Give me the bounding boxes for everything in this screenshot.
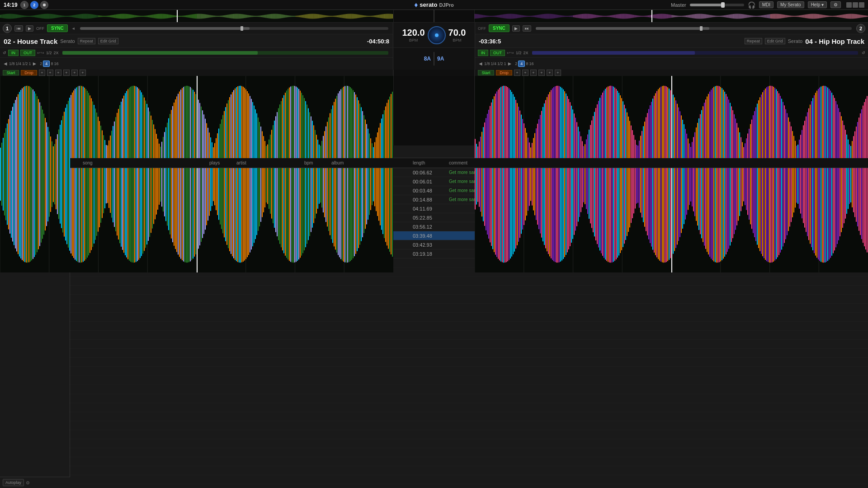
right-reload-icon[interactable]: ↺ bbox=[862, 51, 865, 55]
left-cue-start[interactable]: Start bbox=[3, 70, 19, 75]
col-bpm[interactable]: bpm bbox=[302, 160, 330, 165]
col-artist[interactable]: artist bbox=[235, 160, 302, 165]
left-1[interactable]: 1 bbox=[28, 61, 31, 66]
right-4-active[interactable]: 4 bbox=[518, 61, 525, 67]
right-add-cue-3[interactable]: + bbox=[530, 70, 537, 76]
left-repeat-btn[interactable]: Repeat bbox=[78, 38, 95, 44]
left-sync-btn[interactable]: SYNC bbox=[47, 24, 68, 32]
right-loop-arrow-right[interactable]: ► bbox=[507, 61, 512, 67]
right-16[interactable]: 16 bbox=[529, 61, 533, 66]
mixer-center-btns bbox=[428, 26, 446, 44]
headphones-icon[interactable]: 🎧 bbox=[748, 1, 755, 9]
right-cue-drop[interactable]: Drop bbox=[496, 70, 512, 75]
left-add-cue-1[interactable]: + bbox=[39, 70, 45, 76]
left-half[interactable]: 1/2 bbox=[46, 51, 52, 55]
master-fader[interactable] bbox=[690, 4, 744, 6]
left-edit-grid-btn[interactable]: Edit Grid bbox=[98, 38, 118, 44]
track-length: 04:11.69 bbox=[411, 206, 447, 211]
help-btn[interactable]: Help ▾ bbox=[808, 1, 827, 8]
col-comment[interactable]: comment bbox=[447, 160, 866, 165]
left-4-active[interactable]: 4 bbox=[43, 61, 50, 67]
right-play-btn[interactable]: ▶ bbox=[512, 25, 520, 32]
left-2x[interactable]: 2X bbox=[54, 51, 59, 55]
right-2x[interactable]: 2X bbox=[524, 51, 528, 55]
hotcue-row: Start Drop + + + + + + Start Drop + + + … bbox=[0, 70, 868, 76]
right-add-cue-6[interactable]: + bbox=[555, 70, 561, 76]
empty-row bbox=[70, 322, 868, 331]
right-cue-loop: IN OUT ↩↪ 1/2 2X ↺ ◄ 1/8 1/4 1/2 1 ► 2 4… bbox=[475, 48, 868, 70]
left-off-label: OFF bbox=[36, 26, 44, 31]
right-half[interactable]: 1/2 bbox=[516, 51, 522, 55]
left-loop-arrow-right[interactable]: ► bbox=[32, 61, 37, 67]
right-2[interactable]: 2 bbox=[515, 61, 517, 66]
mdi-btn[interactable]: MDI bbox=[759, 1, 774, 8]
right-add-cue-2[interactable]: + bbox=[522, 70, 528, 76]
left-2[interactable]: 2 bbox=[40, 61, 42, 66]
autoplay-icon[interactable]: ⚙ bbox=[26, 480, 30, 485]
badge-2[interactable]: 2 bbox=[30, 1, 38, 9]
left-loop-arrow-left[interactable]: ◄ bbox=[3, 61, 8, 67]
top-icons: 1 2 ⏺ bbox=[20, 1, 48, 9]
left-1-2[interactable]: 1/2 bbox=[22, 61, 28, 66]
track-length: 03:19.18 bbox=[411, 251, 447, 257]
col-song[interactable]: song bbox=[81, 160, 208, 165]
left-add-cue-6[interactable]: + bbox=[80, 70, 86, 76]
myserato-btn[interactable]: My Serato bbox=[777, 1, 804, 8]
left-16[interactable]: 16 bbox=[54, 61, 58, 66]
track-length: 03:42.93 bbox=[411, 242, 447, 248]
record-icon[interactable]: ⏺ bbox=[40, 1, 48, 9]
settings-btn[interactable]: ⚙ bbox=[830, 1, 841, 8]
empty-row bbox=[70, 421, 868, 430]
left-loop-bar[interactable] bbox=[62, 51, 388, 55]
right-add-cue-1[interactable]: + bbox=[514, 70, 520, 76]
left-1-4[interactable]: 1/4 bbox=[15, 61, 21, 66]
left-add-cue-2[interactable]: + bbox=[47, 70, 53, 76]
right-cue-start[interactable]: Start bbox=[478, 70, 494, 75]
right-1-2[interactable]: 1/2 bbox=[497, 61, 503, 66]
empty-row bbox=[70, 475, 868, 484]
left-8[interactable]: 8 bbox=[51, 61, 53, 66]
empty-row bbox=[70, 295, 868, 304]
left-prev-btn[interactable]: ⏮ bbox=[14, 25, 23, 32]
left-in-btn[interactable]: IN bbox=[8, 50, 19, 56]
left-add-cue-3[interactable]: + bbox=[55, 70, 61, 76]
left-add-cue-5[interactable]: + bbox=[71, 70, 78, 76]
right-next-btn[interactable]: ⏭ bbox=[523, 25, 531, 32]
empty-row bbox=[70, 286, 868, 295]
col-plays[interactable]: plays bbox=[208, 160, 235, 165]
left-time: -04:50:8 bbox=[367, 38, 389, 45]
right-loop-arrow-left[interactable]: ◄ bbox=[478, 61, 483, 67]
right-8[interactable]: 8 bbox=[526, 61, 528, 66]
right-add-cue-5[interactable]: + bbox=[547, 70, 553, 76]
clock: 14:19 bbox=[4, 2, 18, 8]
close-btn[interactable] bbox=[859, 2, 864, 8]
right-in-btn[interactable]: IN bbox=[478, 50, 488, 56]
left-pitch-slider[interactable] bbox=[80, 27, 388, 30]
right-out-btn[interactable]: OUT bbox=[490, 50, 505, 56]
right-sync-btn[interactable]: SYNC bbox=[489, 24, 509, 32]
left-out-btn[interactable]: OUT bbox=[20, 50, 35, 56]
left-deck-number: 1 bbox=[3, 24, 12, 33]
col-length[interactable]: length bbox=[411, 160, 447, 165]
right-1[interactable]: 1 bbox=[504, 61, 506, 66]
right-bpm-display: 70.0 BPM bbox=[448, 28, 466, 42]
left-1-8[interactable]: 1/8 bbox=[9, 61, 15, 66]
autoplay-btn[interactable]: Autoplay bbox=[3, 479, 24, 486]
badge-1[interactable]: 1 bbox=[20, 1, 28, 9]
right-loop-bar[interactable] bbox=[532, 51, 858, 55]
right-edit-grid-btn[interactable]: Edit Grid bbox=[765, 38, 785, 44]
left-cue-drop[interactable]: Drop bbox=[21, 70, 37, 75]
right-add-cue-4[interactable]: + bbox=[538, 70, 545, 76]
window-controls bbox=[846, 2, 864, 8]
left-play-btn[interactable]: ▶ bbox=[26, 25, 33, 32]
minimize-btn[interactable] bbox=[846, 2, 852, 8]
left-detail-waveform bbox=[0, 76, 393, 272]
left-reload-icon[interactable]: ↺ bbox=[3, 51, 6, 55]
right-repeat-btn[interactable]: Repeat bbox=[745, 38, 762, 44]
right-1-4[interactable]: 1/4 bbox=[491, 61, 496, 66]
left-add-cue-4[interactable]: + bbox=[63, 70, 70, 76]
maximize-btn[interactable] bbox=[853, 2, 858, 8]
right-pitch-slider[interactable] bbox=[536, 27, 852, 30]
col-album[interactable]: album bbox=[330, 160, 411, 165]
right-1-8[interactable]: 1/8 bbox=[484, 61, 490, 66]
